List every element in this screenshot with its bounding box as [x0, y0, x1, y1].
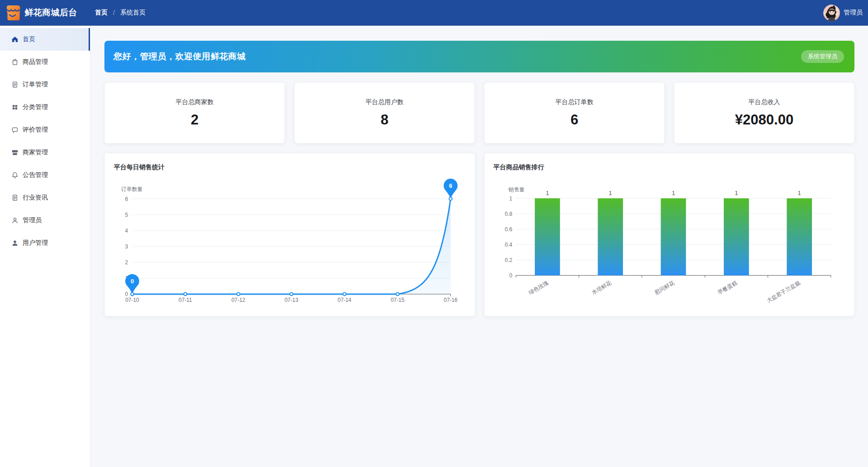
sidebar-item-label: 订单管理 [23, 81, 48, 89]
sidebar-item-order[interactable]: 订单管理 [0, 73, 90, 96]
svg-text:1: 1 [546, 190, 549, 196]
svg-text:慰问鲜花: 慰问鲜花 [653, 280, 675, 296]
sidebar-item-goods[interactable]: 商品管理 [0, 51, 90, 73]
sidebar-item-label: 商家管理 [23, 148, 48, 157]
storefront-smile-icon [7, 5, 20, 20]
svg-text:1: 1 [609, 190, 612, 196]
svg-text:5: 5 [125, 212, 128, 218]
svg-text:4: 4 [125, 228, 128, 234]
breadcrumb: 首页 / 系统首页 [95, 9, 146, 17]
charts-row: 平台每日销售统计 0123456订单数量07-1007-1107-1207-13… [104, 153, 854, 316]
top-header: 鲜花商城后台 首页 / 系统首页 [0, 0, 868, 25]
category-icon [11, 104, 19, 111]
stats-row: 平台总商家数2平台总用户数8平台总订单数6平台总收入¥2080.00 [104, 82, 854, 143]
svg-text:1: 1 [797, 190, 801, 196]
role-badge: 系统管理员 [801, 50, 844, 63]
mark-point-pin: 6 [443, 179, 458, 199]
stat-label: 平台总收入 [749, 98, 780, 106]
svg-text:水培鲜花: 水培鲜花 [590, 280, 612, 296]
goods-icon [11, 58, 19, 66]
svg-text:6: 6 [125, 196, 128, 202]
stat-card-2: 平台总订单数6 [484, 82, 665, 143]
svg-text:1: 1 [509, 195, 512, 202]
user-name: 管理员 [844, 9, 863, 17]
sidebar-item-label: 商品管理 [23, 58, 48, 66]
breadcrumb-current[interactable]: 系统首页 [120, 9, 146, 17]
svg-text:1: 1 [671, 190, 675, 196]
sidebar-item-label: 管理员 [23, 216, 42, 224]
product-ranking-bar-chart: 00.20.40.60.81销售量1绿色玫瑰1水培鲜花1慰问鲜花1早餐蛋糕1大盆… [485, 153, 854, 316]
shop-icon [11, 149, 19, 156]
sidebar-item-category[interactable]: 分类管理 [0, 96, 90, 119]
svg-text:0: 0 [509, 272, 512, 279]
svg-text:2: 2 [125, 259, 128, 266]
stat-value: 2 [191, 112, 198, 128]
sidebar-item-bell[interactable]: 公告管理 [0, 164, 90, 186]
stat-label: 平台总用户数 [366, 98, 404, 106]
stat-value: ¥2080.00 [735, 112, 793, 128]
app-title: 鲜花商城后台 [24, 7, 77, 19]
stat-label: 平台总订单数 [556, 98, 594, 106]
stat-card-1: 平台总用户数8 [294, 82, 475, 143]
svg-text:0.6: 0.6 [505, 226, 512, 233]
news-icon [11, 194, 19, 201]
stat-card-0: 平台总商家数2 [104, 82, 285, 143]
svg-text:0.2: 0.2 [505, 257, 512, 263]
main-content: 您好，管理员，欢迎使用鲜花商城 系统管理员 平台总商家数2平台总用户数8平台总订… [90, 25, 868, 467]
svg-text:大盆君子兰盆栽: 大盆君子兰盆栽 [765, 280, 801, 304]
sidebar-item-user[interactable]: 用户管理 [0, 232, 90, 254]
sidebar-item-home[interactable]: 首页 [0, 28, 90, 51]
daily-sales-line-chart: 0123456订单数量07-1007-1107-1207-1307-1407-1… [105, 153, 475, 316]
daily-sales-chart-card: 平台每日销售统计 0123456订单数量07-1007-1107-1207-13… [104, 153, 475, 316]
svg-text:3: 3 [125, 243, 128, 250]
svg-text:07-13: 07-13 [284, 297, 298, 303]
svg-text:07-10: 07-10 [125, 297, 139, 303]
svg-text:0.8: 0.8 [505, 211, 512, 217]
sidebar-item-label: 公告管理 [23, 171, 48, 179]
sidebar-item-comment[interactable]: 评价管理 [0, 119, 90, 141]
stat-card-3: 平台总收入¥2080.00 [674, 82, 854, 143]
sidebar-item-label: 用户管理 [23, 239, 48, 247]
svg-text:0: 0 [131, 278, 134, 285]
svg-text:07-14: 07-14 [338, 297, 352, 303]
svg-text:订单数量: 订单数量 [121, 186, 143, 192]
admin-icon [11, 217, 19, 224]
sidebar-item-label: 评价管理 [23, 126, 48, 134]
svg-text:07-15: 07-15 [391, 297, 405, 303]
breadcrumb-home[interactable]: 首页 [95, 9, 108, 17]
svg-text:0.4: 0.4 [505, 242, 512, 248]
stat-value: 8 [381, 112, 388, 128]
brand: 鲜花商城后台 [0, 5, 90, 20]
sidebar-item-shop[interactable]: 商家管理 [0, 141, 90, 164]
home-icon [11, 36, 19, 43]
avatar[interactable] [823, 5, 840, 21]
svg-text:早餐蛋糕: 早餐蛋糕 [717, 280, 738, 296]
sidebar-item-label: 分类管理 [23, 103, 48, 111]
bell-icon [11, 172, 19, 179]
sidebar-item-label: 首页 [23, 35, 35, 43]
user-menu[interactable]: 管理员 [823, 5, 868, 21]
svg-text:绿色玫瑰: 绿色玫瑰 [527, 280, 549, 296]
svg-text:1: 1 [735, 190, 738, 196]
order-icon [11, 81, 19, 88]
product-ranking-chart-card: 平台商品销售排行 00.20.40.60.81销售量1绿色玫瑰1水培鲜花1慰问鲜… [484, 153, 855, 316]
welcome-banner: 您好，管理员，欢迎使用鲜花商城 系统管理员 [104, 41, 854, 72]
sidebar-item-news[interactable]: 行业资讯 [0, 186, 90, 209]
stat-value: 6 [571, 112, 578, 128]
user-icon [11, 239, 19, 247]
svg-text:07-12: 07-12 [231, 297, 245, 303]
svg-text:07-11: 07-11 [179, 297, 192, 303]
svg-text:6: 6 [449, 182, 452, 189]
sidebar-item-admin[interactable]: 管理员 [0, 209, 90, 232]
breadcrumb-separator: / [113, 9, 115, 16]
sidebar: 首页商品管理订单管理分类管理评价管理商家管理公告管理行业资讯管理员用户管理 [0, 25, 90, 467]
stat-label: 平台总商家数 [176, 98, 214, 106]
svg-text:销售量: 销售量 [508, 186, 524, 193]
welcome-text: 您好，管理员，欢迎使用鲜花商城 [113, 51, 246, 62]
sidebar-item-label: 行业资讯 [23, 194, 48, 202]
comment-icon [11, 126, 19, 133]
svg-text:07-16: 07-16 [444, 297, 458, 303]
